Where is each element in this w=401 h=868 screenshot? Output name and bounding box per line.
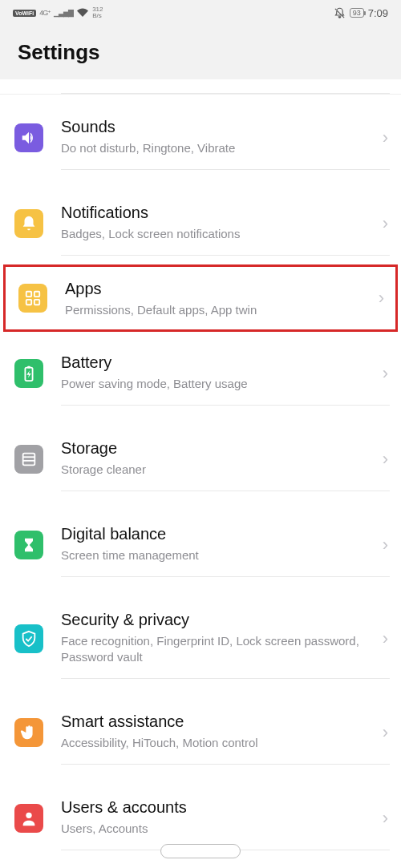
signal-icon: ▁▃▅▇ [54,9,73,17]
partial-row-cutoff [0,79,401,94]
status-left: VoWiFi 4G⁺ ▁▃▅▇ 312 B/s [13,6,103,19]
vowifi-badge: VoWiFi [13,10,36,17]
svg-rect-0 [26,292,31,297]
network-type: 4G⁺ [39,9,51,17]
row-subtitle: Screen time management [61,547,366,563]
dnd-icon [334,7,346,19]
row-battery[interactable]: Battery Power saving mode, Battery usage… [0,330,401,416]
row-apps[interactable]: Apps Permissions, Default apps, App twin… [3,264,398,332]
storage-icon [14,445,43,474]
row-storage[interactable]: Storage Storage cleaner › [0,416,401,502]
row-subtitle: Users, Accounts [61,821,366,837]
status-right: 93 7:09 [334,7,388,19]
status-bar: VoWiFi 4G⁺ ▁▃▅▇ 312 B/s 93 7:09 [0,0,401,22]
battery-icon [14,359,43,388]
row-subtitle: Power saving mode, Battery usage [61,376,366,392]
row-digital-balance[interactable]: Digital balance Screen time management › [0,502,401,587]
svg-rect-6 [23,453,35,465]
nav-pill[interactable] [160,844,241,858]
row-title: Apps [65,278,362,299]
settings-header: Settings [0,22,401,79]
settings-list: Sounds Do not disturb, Ringtone, Vibrate… [0,94,401,868]
clock: 7:09 [368,7,388,19]
row-subtitle: Storage cleaner [61,462,366,478]
page-title: Settings [18,40,383,65]
row-title: Security & privacy [61,609,366,630]
row-subtitle: Badges, Lock screen notifications [61,226,366,242]
svg-point-9 [26,812,31,818]
sound-icon [14,123,43,152]
svg-rect-2 [26,300,31,305]
wifi-icon [76,8,89,18]
row-subtitle: Accessibility, HiTouch, Motion control [61,735,366,751]
svg-rect-3 [34,300,39,305]
data-rate: 312 B/s [92,6,103,19]
bell-icon [14,209,43,238]
hand-icon [14,718,43,747]
svg-rect-5 [27,365,30,368]
row-title: Storage [61,438,366,458]
row-sounds[interactable]: Sounds Do not disturb, Ringtone, Vibrate… [0,95,401,180]
row-subtitle: Do not disturb, Ringtone, Vibrate [61,140,366,156]
row-google[interactable]: G Google Google services › [0,861,401,868]
row-title: Smart assistance [61,711,366,732]
data-rate-unit: B/s [92,13,103,19]
row-smart-assistance[interactable]: Smart assistance Accessibility, HiTouch,… [0,689,401,775]
svg-rect-1 [34,292,39,297]
row-title: Sounds [61,116,366,137]
row-subtitle: Face recognition, Fingerprint ID, Lock s… [61,633,366,665]
hourglass-icon [14,531,43,559]
battery-indicator: 93 [350,8,364,18]
row-title: Notifications [61,202,366,223]
row-title: Digital balance [61,523,366,544]
shield-icon [14,624,43,653]
row-subtitle: Permissions, Default apps, App twin [65,302,362,318]
row-notifications[interactable]: Notifications Badges, Lock screen notifi… [0,180,401,266]
row-security[interactable]: Security & privacy Face recognition, Fin… [0,587,401,689]
row-title: Users & accounts [61,797,366,818]
user-icon [14,804,43,833]
apps-icon [18,284,47,313]
row-title: Battery [61,352,366,373]
